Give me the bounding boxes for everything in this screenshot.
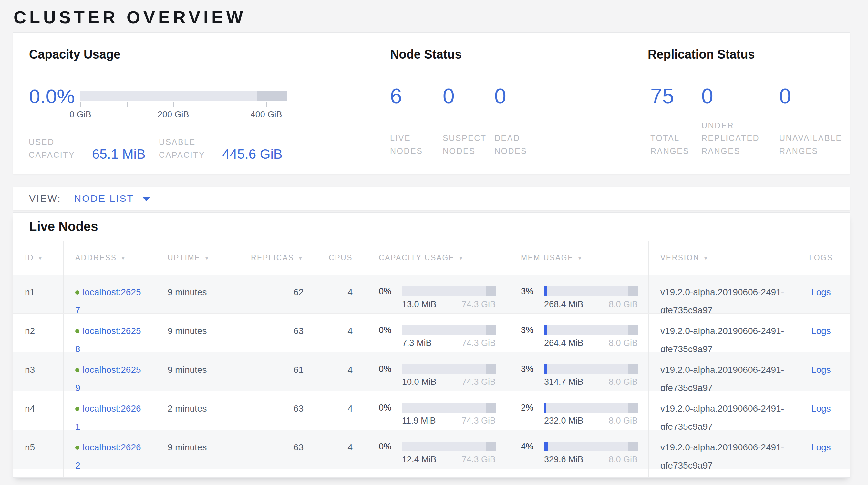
cell-replicas: 63 xyxy=(232,430,318,468)
cell-cpus: 4 xyxy=(318,391,367,430)
cell-replicas: 63 xyxy=(232,391,318,430)
capacity-usage-bar xyxy=(402,286,496,296)
column-header-capacity[interactable]: CAPACITY USAGE▼ xyxy=(367,241,509,275)
usable-capacity-label: USABLE CAPACITY xyxy=(159,136,214,161)
axis-tick-label: 400 GiB xyxy=(251,110,282,120)
memory-total-value: 8.0 GiB xyxy=(609,338,638,348)
memory-bar-fill xyxy=(544,364,547,374)
capacity-used-percent: 0.0% xyxy=(29,86,74,107)
cell-capacity-usage: 0%7.3 MiB74.3 GiB xyxy=(367,314,509,352)
live-status-dot-icon xyxy=(75,446,80,450)
live-nodes-label: LIVE NODES xyxy=(390,132,440,158)
empty-cell xyxy=(509,469,649,478)
cell-capacity-usage: 0%13.0 MiB74.3 GiB xyxy=(367,275,509,313)
logs-link[interactable]: Logs xyxy=(811,326,831,336)
logs-link[interactable]: Logs xyxy=(811,403,831,413)
sort-arrow-icon: ▼ xyxy=(298,255,304,261)
under-replicated-ranges-label: UNDER-REPLICATED RANGES xyxy=(702,119,774,158)
column-header-id[interactable]: ID▼ xyxy=(13,241,64,275)
node-address-link[interactable]: localhost:26259 xyxy=(75,365,141,391)
column-header-label: CPUS xyxy=(329,254,352,262)
cell-node-id: n2 xyxy=(13,314,64,352)
column-header-replicas[interactable]: REPLICAS▼ xyxy=(232,241,318,275)
cluster-summary-card: Capacity Usage 0.0% 0 GiB200 GiB400 GiB … xyxy=(13,32,850,174)
memory-total-value: 8.0 GiB xyxy=(609,415,638,426)
cell-memory-usage: 3%268.4 MiB8.0 GiB xyxy=(509,275,649,313)
node-address-link[interactable]: localhost:26257 xyxy=(75,287,141,313)
capacity-total-value: 74.3 GiB xyxy=(462,415,496,426)
memory-percent: 2% xyxy=(521,403,541,412)
logs-link[interactable]: Logs xyxy=(811,287,831,297)
cell-logs: Logs xyxy=(793,352,849,391)
capacity-percent: 0% xyxy=(379,325,399,335)
cell-uptime: 2 minutes xyxy=(156,391,232,430)
empty-cell xyxy=(649,469,793,478)
cell-logs: Logs xyxy=(793,314,849,352)
memory-usage-bar xyxy=(544,403,638,412)
sort-arrow-icon: ▼ xyxy=(703,255,709,261)
node-address-link[interactable]: localhost:26262 xyxy=(75,442,141,468)
live-nodes-section-title: Live Nodes xyxy=(13,213,849,234)
sort-arrow-icon: ▼ xyxy=(205,255,210,261)
cell-replicas: 61 xyxy=(232,352,318,391)
memory-bar-reserved-segment xyxy=(628,325,638,335)
capacity-bar-reserved-segment xyxy=(486,442,496,451)
column-header-cpus: CPUS xyxy=(318,241,367,275)
live-status-dot-icon xyxy=(75,329,80,333)
memory-bar-fill xyxy=(544,325,547,335)
capacity-usage-bar xyxy=(402,364,496,374)
sort-arrow-icon: ▼ xyxy=(38,255,43,261)
axis-tick xyxy=(267,103,267,107)
memory-used-value: 232.0 MiB xyxy=(544,415,584,426)
chevron-down-icon[interactable] xyxy=(143,197,150,201)
cell-uptime: 9 minutes xyxy=(156,352,232,391)
live-nodes-count: 6 xyxy=(390,85,402,107)
memory-bar-fill xyxy=(544,286,547,296)
used-capacity-label: USED CAPACITY xyxy=(29,136,84,161)
memory-used-value: 314.7 MiB xyxy=(544,376,584,387)
capacity-usage-bar xyxy=(402,442,496,451)
logs-link[interactable]: Logs xyxy=(811,442,831,452)
node-address-link[interactable]: localhost:26261 xyxy=(75,403,141,430)
dead-nodes-label: DEAD NODES xyxy=(494,132,545,158)
node-address-link[interactable]: localhost:26258 xyxy=(75,326,141,352)
table-row-partial xyxy=(13,468,849,478)
axis-tick xyxy=(220,103,220,107)
logs-link[interactable]: Logs xyxy=(811,365,831,375)
cell-capacity-usage: 0%12.4 MiB74.3 GiB xyxy=(367,430,509,468)
memory-used-value: 264.4 MiB xyxy=(544,338,584,348)
capacity-used-value: 12.4 MiB xyxy=(402,454,437,465)
column-header-label: ADDRESS xyxy=(75,254,117,262)
usable-capacity-value: 445.6 GiB xyxy=(222,146,283,162)
capacity-total-value: 74.3 GiB xyxy=(462,376,496,387)
table-row: n5localhost:262629 minutes6340%12.4 MiB7… xyxy=(13,430,849,468)
page-title: CLUSTER OVERVIEW xyxy=(13,7,246,27)
version-text: v19.2.0-alpha.20190606-2491-gfe735c9a97 xyxy=(660,361,793,391)
live-nodes-stat: 6 LIVE NODES xyxy=(390,85,402,158)
empty-cell xyxy=(64,469,156,478)
capacity-percent: 0% xyxy=(379,286,399,296)
table-row: n4localhost:262612 minutes6340%11.9 MiB7… xyxy=(13,391,849,430)
live-status-dot-icon xyxy=(75,407,80,411)
suspect-nodes-stat: 0 SUSPECT NODES xyxy=(443,85,455,158)
column-header-address[interactable]: ADDRESS▼ xyxy=(64,241,156,275)
memory-used-value: 329.6 MiB xyxy=(544,454,584,465)
capacity-percent: 0% xyxy=(379,442,399,451)
replication-status-title: Replication Status xyxy=(648,48,755,61)
cell-version: v19.2.0-alpha.20190606-2491-gfe735c9a97 xyxy=(649,430,793,468)
column-header-version[interactable]: VERSION▼ xyxy=(649,241,793,275)
column-header-uptime[interactable]: UPTIME▼ xyxy=(156,241,232,275)
axis-tick-label: 0 GiB xyxy=(69,110,91,120)
column-header-label: MEM USAGE xyxy=(521,254,574,262)
memory-bar-fill xyxy=(544,403,546,412)
empty-cell xyxy=(318,469,367,478)
cell-cpus: 4 xyxy=(318,275,367,313)
memory-total-value: 8.0 GiB xyxy=(609,454,638,465)
memory-usage-bar xyxy=(544,325,638,335)
cell-node-id: n3 xyxy=(13,352,64,391)
capacity-axis-ticks xyxy=(81,103,287,108)
total-ranges-label: TOTAL RANGES xyxy=(650,132,702,158)
view-dropdown[interactable]: NODE LIST xyxy=(74,193,134,204)
column-header-memory[interactable]: MEM USAGE▼ xyxy=(509,241,649,275)
column-header-label: ID xyxy=(25,254,34,262)
